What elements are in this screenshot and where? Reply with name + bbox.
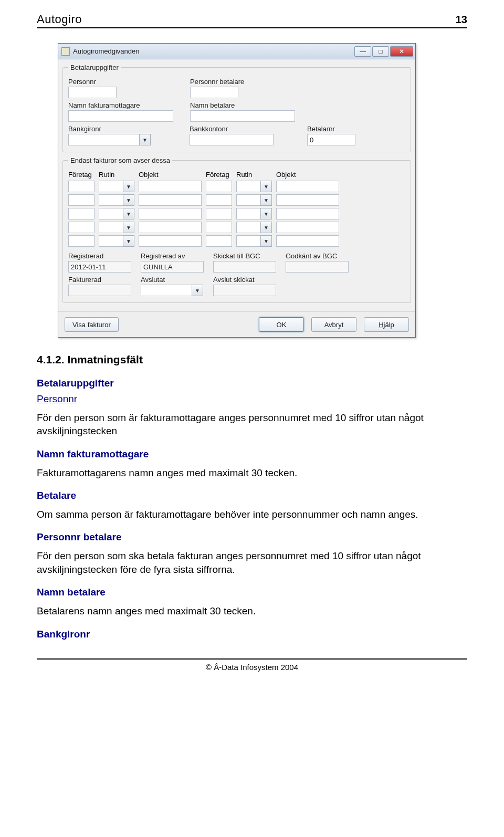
label-skickat-bgc: Skickat till BGC (213, 252, 276, 260)
input-avslutat[interactable] (141, 285, 192, 296)
input-personnr[interactable] (68, 87, 117, 98)
col-foretag: Företag (206, 171, 232, 179)
cell-foretag[interactable] (206, 181, 232, 192)
label-personnr: Personnr (68, 78, 117, 86)
cell-foretag[interactable] (206, 222, 232, 233)
col-objekt: Objekt (139, 171, 202, 179)
cell-foretag[interactable] (68, 222, 94, 233)
cell-rutin[interactable] (99, 208, 123, 219)
para: För den person som ska betala fakturan a… (37, 549, 467, 576)
group-legend: Endast fakturor som avser dessa (68, 156, 172, 164)
document-body: 4.1.2. Inmatningsfält Betalaruppgifter P… (37, 352, 467, 641)
sub-namn-betalare: Namn betalare (37, 585, 467, 599)
cell-objekt[interactable] (276, 235, 339, 247)
chevron-down-icon[interactable]: ▼ (260, 222, 272, 233)
chevron-down-icon[interactable]: ▼ (123, 208, 134, 219)
cell-foretag[interactable] (206, 235, 232, 247)
input-namn-betalare[interactable] (190, 110, 295, 122)
cell-foretag[interactable] (68, 181, 94, 192)
visa-fakturor-button[interactable]: Visa fakturor (65, 317, 119, 332)
app-icon (61, 47, 70, 56)
input-fakturerad (68, 285, 131, 296)
sub-betalare: Betalare (37, 489, 467, 503)
para: Betalarens namn anges med maximalt 30 te… (37, 604, 467, 618)
cell-objekt[interactable] (139, 194, 202, 206)
label-avslutat: Avslutat (141, 276, 204, 284)
cell-objekt[interactable] (139, 181, 202, 192)
cell-objekt[interactable] (139, 222, 202, 233)
cell-objekt[interactable] (276, 194, 339, 206)
header-title: Autogiro (37, 13, 82, 26)
label-bankkontonr: Bankkontonr (190, 125, 274, 133)
avbryt-button[interactable]: Avbryt (311, 317, 356, 332)
cell-foretag[interactable] (68, 194, 94, 206)
chevron-down-icon[interactable]: ▼ (260, 194, 272, 206)
button-bar: Visa fakturor OK Avbryt Hjälp (58, 311, 415, 337)
label-avslut-skickat: Avslut skickat (213, 276, 276, 284)
input-skickat-bgc (213, 261, 276, 273)
input-bankgironr[interactable] (68, 134, 140, 145)
input-registrerad-av (141, 261, 204, 273)
minimize-button[interactable]: — (354, 46, 371, 57)
group-betalaruppgifter: Betalaruppgifter Personnr Personnr betal… (62, 64, 411, 152)
cell-rutin[interactable] (99, 235, 123, 247)
cell-rutin[interactable] (99, 181, 123, 192)
titlebar: Autogiromedgivanden — □ ✕ (58, 44, 415, 59)
table-row: ▼ ▼ (68, 208, 405, 219)
group-legend: Betalaruppgifter (68, 64, 121, 71)
col-foretag: Företag (68, 171, 94, 179)
input-bankkontonr[interactable] (190, 134, 274, 145)
table-row: ▼ ▼ (68, 235, 405, 247)
cell-rutin[interactable] (99, 222, 123, 233)
group-endast-fakturor: Endast fakturor som avser dessa Företag … (62, 156, 411, 303)
cell-rutin[interactable] (99, 194, 123, 206)
cell-foretag[interactable] (206, 194, 232, 206)
label-namn-betalare: Namn betalare (190, 101, 295, 109)
input-namn-fakturamottagare[interactable] (68, 110, 173, 122)
label-namn-fakturamottagare: Namn fakturamottagare (68, 101, 173, 109)
cell-rutin[interactable] (236, 208, 261, 219)
table-row: ▼ ▼ (68, 181, 405, 192)
page-footer: © Å-Data Infosystem 2004 (37, 658, 467, 672)
chevron-down-icon[interactable]: ▼ (123, 222, 134, 233)
sub-personnr: Personnr (37, 392, 467, 406)
chevron-down-icon[interactable]: ▼ (260, 208, 272, 219)
chevron-down-icon[interactable]: ▼ (123, 235, 134, 247)
cell-objekt[interactable] (139, 235, 202, 247)
page-header: Autogiro 13 (37, 13, 467, 28)
close-button[interactable]: ✕ (390, 46, 413, 57)
cell-rutin[interactable] (236, 222, 261, 233)
cell-foretag[interactable] (206, 208, 232, 219)
para: För den person som är fakturamottagare a… (37, 411, 467, 438)
cell-objekt[interactable] (276, 181, 339, 192)
chevron-down-icon[interactable]: ▼ (260, 235, 272, 247)
ok-button[interactable]: OK (259, 317, 304, 332)
label-fakturerad: Fakturerad (68, 276, 131, 284)
input-betalarnr[interactable] (307, 134, 355, 145)
cell-foretag[interactable] (68, 208, 94, 219)
chevron-down-icon[interactable]: ▼ (123, 194, 134, 206)
col-rutin: Rutin (236, 171, 272, 179)
cell-objekt[interactable] (276, 208, 339, 219)
chevron-down-icon[interactable]: ▼ (192, 285, 203, 296)
table-row: ▼ ▼ (68, 194, 405, 206)
sub-betalaruppgifter: Betalaruppgifter (37, 376, 467, 390)
sub-bankgironr: Bankgironr (37, 627, 467, 641)
cell-objekt[interactable] (276, 222, 339, 233)
col-objekt: Objekt (276, 171, 339, 179)
bankgironr-dropdown-icon[interactable]: ▼ (139, 134, 151, 145)
input-personnr-betalare[interactable] (190, 87, 238, 98)
cell-foretag[interactable] (68, 235, 94, 247)
input-avslut-skickat (213, 285, 276, 296)
maximize-button[interactable]: □ (372, 46, 389, 57)
cell-rutin[interactable] (236, 194, 261, 206)
sub-namn-fakturamottagare: Namn fakturamottagare (37, 447, 467, 461)
cell-objekt[interactable] (139, 208, 202, 219)
chevron-down-icon[interactable]: ▼ (123, 181, 134, 192)
cell-rutin[interactable] (236, 181, 261, 192)
cell-rutin[interactable] (236, 235, 261, 247)
hjalp-button[interactable]: Hjälp (364, 317, 409, 332)
chevron-down-icon[interactable]: ▼ (260, 181, 272, 192)
label-personnr-betalare: Personnr betalare (190, 78, 244, 86)
sub-personnr-betalare: Personnr betalare (37, 530, 467, 544)
